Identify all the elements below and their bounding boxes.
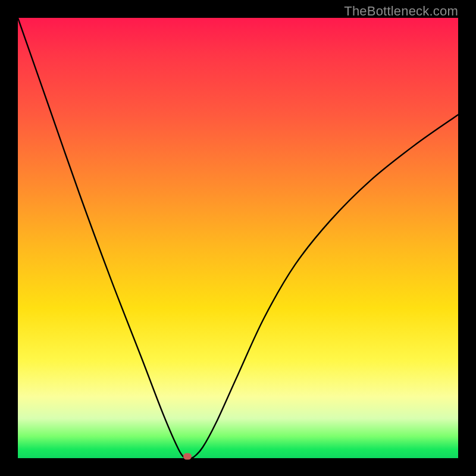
bottleneck-curve: [18, 18, 458, 458]
optimum-marker: [183, 453, 192, 460]
plot-area: [18, 18, 458, 458]
chart-frame: TheBottleneck.com: [0, 0, 476, 476]
watermark-label: TheBottleneck.com: [344, 4, 458, 19]
